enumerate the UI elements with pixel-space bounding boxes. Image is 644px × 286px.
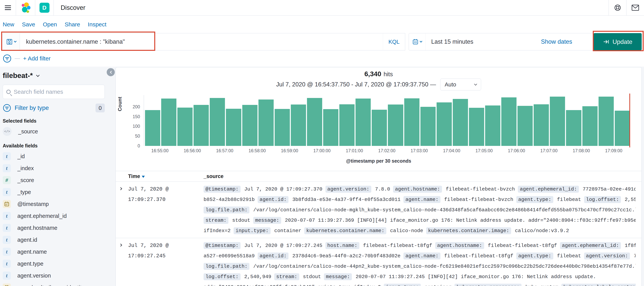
x-tick-label: 17:09:00 (605, 148, 622, 153)
source-line: log.file.path: /var/log/containers/calic… (204, 261, 636, 272)
chevron-down-icon (474, 82, 477, 85)
elastic-logo-icon (20, 2, 30, 13)
histogram-bar[interactable] (550, 97, 565, 146)
saved-query-menu-button[interactable] (2, 33, 20, 50)
histogram-bar[interactable] (356, 99, 371, 146)
x-tick-label: 17:06:00 (508, 148, 525, 153)
source-field-key: agent.id: (258, 253, 288, 260)
source-field-key: input.type: (384, 284, 421, 286)
histogram-bar[interactable] (420, 107, 436, 146)
newsfeed-button[interactable] (626, 0, 644, 15)
update-button[interactable]: Update (594, 33, 642, 50)
filter-icon (3, 104, 11, 112)
histogram-plot[interactable] (144, 95, 630, 146)
field-item-@timestamp[interactable]: @timestamp (3, 198, 105, 210)
x-tick-label: 17:05:00 (476, 148, 493, 153)
histogram-bar[interactable] (404, 98, 420, 146)
add-filter-button[interactable]: + Add filter (23, 55, 51, 62)
help-button[interactable] (608, 0, 626, 15)
histogram-bar[interactable] (274, 109, 290, 146)
histogram-bar[interactable] (307, 98, 322, 146)
x-tick-label: 17:04:00 (443, 148, 460, 153)
histogram-bar[interactable] (226, 109, 241, 146)
histogram-bar[interactable] (339, 104, 354, 146)
source-field-key: stream: (204, 217, 228, 224)
histogram-bar[interactable] (194, 105, 209, 146)
histogram-bar[interactable] (145, 110, 160, 146)
histogram-bar[interactable] (582, 106, 598, 146)
histogram-bar[interactable] (518, 106, 533, 146)
field-item-agent.name[interactable]: tagent.name (3, 246, 105, 258)
source-field-key: kubernetes.container.name: (304, 227, 386, 234)
field-item-agent.ephemeral_id[interactable]: tagent.ephemeral_id (3, 210, 105, 222)
save-button[interactable]: Save (22, 21, 35, 28)
time-range-value[interactable]: Last 15 minutes (426, 38, 541, 45)
histogram-bar[interactable] (615, 111, 630, 146)
source-field-key: @timestamp: (204, 242, 240, 249)
interval-select[interactable]: Auto (440, 78, 481, 90)
menu-button[interactable] (0, 0, 16, 15)
field-item-_id[interactable]: t_id (3, 151, 105, 162)
query-language-button[interactable]: KQL (383, 33, 405, 50)
field-item-agent.hostname[interactable]: tagent.hostname (3, 222, 105, 234)
inspect-button[interactable]: Inspect (88, 21, 106, 28)
filter-count-badge: 0 (96, 104, 105, 112)
filter-icon[interactable] (3, 54, 12, 63)
open-button[interactable]: Open (43, 21, 57, 28)
document-row: Jul 7, 2020 @ 17:09:27.245@timestamp: Ju… (116, 238, 642, 286)
histogram-bar[interactable] (453, 99, 468, 146)
page-title: Discover (61, 4, 85, 11)
share-button[interactable]: Share (65, 21, 80, 28)
chevron-right-icon (119, 187, 122, 190)
histogram-bar[interactable] (177, 108, 192, 146)
field-item-_score[interactable]: #_score (3, 174, 105, 186)
histogram-bar[interactable] (291, 104, 306, 146)
field-item-aws.cloudtrail.user_identity.s...[interactable]: aws.cloudtrail.user_identity.s... (3, 282, 105, 286)
histogram-bar[interactable] (372, 110, 387, 146)
expand-document-button[interactable] (116, 240, 128, 286)
chevron-right-icon (119, 244, 122, 247)
field-type-string-icon: t (3, 212, 11, 220)
histogram-bar[interactable] (323, 109, 338, 146)
date-quick-menu-button[interactable] (409, 33, 426, 50)
histogram-bar[interactable] (258, 99, 274, 146)
query-input[interactable] (20, 38, 383, 45)
field-item-agent.id[interactable]: tagent.id (3, 234, 105, 246)
histogram-bar[interactable] (598, 97, 614, 146)
field-type-string-icon: t (3, 188, 11, 196)
document-time: Jul 7, 2020 @ 17:09:27.370 (128, 184, 204, 236)
histogram-bar[interactable] (388, 104, 403, 146)
filter-bar: + Add filter (0, 50, 644, 67)
x-tick-label: 16:56:00 (184, 148, 201, 153)
source-field-key: log.file.path: (204, 207, 250, 214)
histogram-bar[interactable] (469, 108, 484, 146)
field-search-input[interactable] (14, 88, 101, 95)
histogram-bar[interactable] (161, 99, 176, 146)
field-item-_type[interactable]: t_type (3, 186, 105, 198)
source-field-key: log.offset: (204, 273, 240, 280)
new-button[interactable]: New (3, 21, 14, 28)
histogram-bar[interactable] (436, 102, 452, 146)
histogram-bar[interactable] (566, 110, 581, 146)
source-field-key: agent.hostname: (393, 186, 442, 193)
histogram-bar[interactable] (485, 105, 500, 146)
filter-by-type-button[interactable]: Filter by type (15, 104, 92, 111)
field-item-agent.type[interactable]: tagent.type (3, 258, 105, 270)
space-selector[interactable]: D (35, 0, 54, 15)
source-line: log.file.path: /var/log/containers/calic… (204, 205, 636, 215)
histogram-bar[interactable] (501, 97, 516, 146)
index-pattern-switcher[interactable]: filebeat-* (3, 72, 105, 80)
document-row: Jul 7, 2020 @ 17:09:27.370@timestamp: Ju… (116, 182, 642, 238)
field-item-_index[interactable]: t_index (3, 162, 105, 174)
histogram-bar[interactable] (534, 104, 549, 146)
show-dates-button[interactable]: Show dates (541, 38, 593, 45)
elastic-logo-section[interactable] (16, 0, 35, 15)
field-item-agent.version[interactable]: tagent.version (3, 270, 105, 282)
time-column-header[interactable]: Time (128, 173, 204, 179)
expand-document-button[interactable] (116, 184, 128, 236)
histogram-bar[interactable] (210, 98, 225, 146)
histogram-bar[interactable] (242, 105, 258, 146)
calendar-icon (412, 38, 418, 45)
collapse-sidebar-button[interactable] (107, 68, 115, 76)
field-item-_source[interactable]: </> _source (3, 126, 105, 137)
